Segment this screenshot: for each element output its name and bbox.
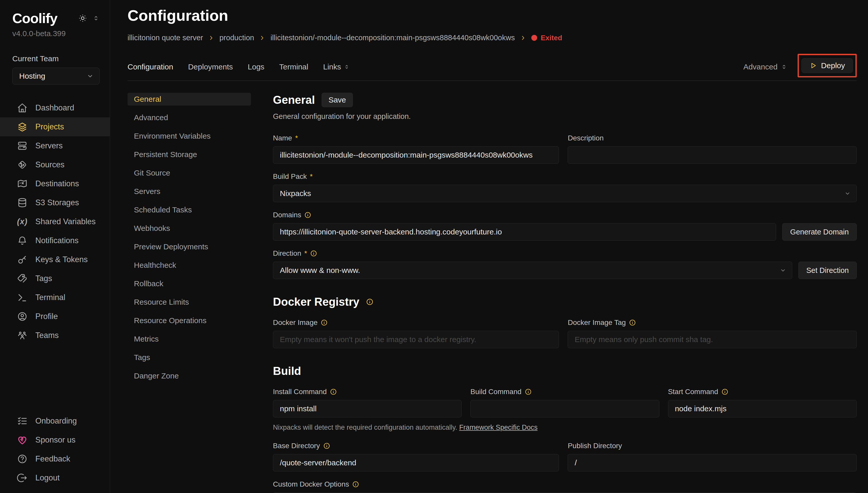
sidebar-item-sources[interactable]: Sources [0,155,110,174]
sidebar-item-feedback[interactable]: Feedback [0,449,110,468]
generate-domain-button[interactable]: Generate Domain [782,223,857,241]
sidebar-item-servers[interactable]: Servers [0,136,110,155]
save-button[interactable]: Save [322,93,353,107]
subnav-item-tags[interactable]: Tags [128,351,251,364]
docker-image-tag-input[interactable] [568,331,857,348]
section-subtitle: General configuration for your applicati… [273,112,857,121]
base-directory-label: Base Directory [273,442,559,450]
info-icon [721,388,728,395]
sidebar-item-keys-tokens[interactable]: Keys & Tokens [0,250,110,269]
subnav-item-metrics[interactable]: Metrics [128,333,251,345]
tab-links-label: Links [323,63,341,71]
status-dot-icon [531,35,537,41]
info-icon [304,211,311,219]
direction-value: Allow www & non-www. [280,266,360,275]
advanced-toggle[interactable]: Advanced [743,63,787,71]
sidebar-item-tags[interactable]: Tags [0,269,110,288]
sidebar-item-onboarding[interactable]: Onboarding [0,411,110,430]
subnav-item-git-source[interactable]: Git Source [128,167,251,179]
tab-configuration[interactable]: Configuration [128,63,173,71]
sidebar-item-shared-variables[interactable]: (x) Shared Variables [0,212,110,231]
subnav-item-resource-limits[interactable]: Resource Limits [128,296,251,308]
sidebar-item-logout[interactable]: Logout [0,468,110,487]
sidebar-item-destinations[interactable]: Destinations [0,174,110,193]
chevron-right-icon [259,35,265,41]
framework-docs-link[interactable]: Framework Specific Docs [459,424,538,431]
sidebar-item-notifications[interactable]: Notifications [0,231,110,250]
subnav-item-preview-deployments[interactable]: Preview Deployments [128,240,251,253]
description-input[interactable] [568,146,857,164]
section-title-docker-registry: Docker Registry [273,296,359,308]
direction-select[interactable]: Allow www & non-www. [273,262,792,279]
sidebar-item-dashboard[interactable]: Dashboard [0,99,110,117]
required-marker: * [295,134,298,142]
info-icon [525,388,532,395]
subnav-item-healthcheck[interactable]: Healthcheck [128,259,251,272]
subnav-item-webhooks[interactable]: Webhooks [128,222,251,235]
publish-directory-input[interactable] [568,454,857,471]
build-command-input[interactable] [470,400,659,417]
build-pack-select[interactable]: Nixpacks [273,185,857,202]
sidebar-item-label: Onboarding [35,416,77,426]
theme-switch-chevrons-icon[interactable] [92,15,99,22]
tab-links[interactable]: Links [323,63,350,71]
set-direction-button[interactable]: Set Direction [798,262,857,279]
info-icon [321,319,328,326]
logout-icon [17,472,28,483]
server-icon [17,141,28,151]
app-logo: Coolify [12,10,58,26]
sidebar-item-projects[interactable]: Projects [0,117,110,136]
users-icon [17,330,28,341]
breadcrumb-environment[interactable]: production [220,34,254,42]
app-version: v4.0.0-beta.399 [0,29,110,38]
sidebar-item-label: Logout [35,473,60,483]
theme-sun-icon[interactable] [78,14,87,23]
terminal-icon [17,292,28,303]
subnav-item-danger-zone[interactable]: Danger Zone [128,369,251,382]
sidebar-item-label: Sponsor us [35,435,75,445]
tab-terminal[interactable]: Terminal [279,63,308,71]
docker-image-label: Docker Image [273,319,559,327]
team-select[interactable]: Hosting [12,68,99,85]
main-content: Configuration illicitonion quote server … [110,0,868,493]
sidebar-item-label: Dashboard [35,103,74,112]
subnav-item-general[interactable]: General [128,93,251,106]
name-input[interactable] [273,146,559,164]
sidebar-item-label: Destinations [35,179,79,188]
subnav-item-persistent-storage[interactable]: Persistent Storage [128,148,251,161]
info-icon [366,298,373,306]
subnav-item-servers[interactable]: Servers [128,185,251,198]
sidebar-item-terminal[interactable]: Terminal [0,288,110,307]
info-icon [629,319,636,326]
subnav-item-scheduled-tasks[interactable]: Scheduled Tasks [128,203,251,216]
tab-logs[interactable]: Logs [248,63,265,71]
tag-icon [17,273,28,284]
build-pack-label: Build Pack* [273,172,857,181]
sidebar-item-profile[interactable]: Profile [0,307,110,326]
install-command-input[interactable] [273,400,462,417]
key-icon [17,254,28,265]
info-icon [330,388,337,395]
sidebar-item-label: Servers [35,141,63,150]
section-title-build: Build [273,365,301,378]
subnav-item-resource-operations[interactable]: Resource Operations [128,314,251,327]
subnav-item-advanced[interactable]: Advanced [128,111,251,124]
sidebar-item-label: S3 Storages [35,198,79,207]
sidebar-item-teams[interactable]: Teams [0,326,110,345]
play-icon [809,62,817,69]
sidebar-item-s3-storages[interactable]: S3 Storages [0,193,110,212]
domains-input[interactable] [273,223,776,241]
deploy-button[interactable]: Deploy [801,58,853,73]
map-icon [17,178,28,189]
start-command-label: Start Command [668,388,857,396]
start-command-input[interactable] [668,400,857,417]
breadcrumb-resource[interactable]: illicitestonion/-module--decomposition:m… [270,34,515,42]
subnav-item-rollback[interactable]: Rollback [128,277,251,290]
info-icon [310,250,317,257]
tab-deployments[interactable]: Deployments [188,63,233,71]
base-directory-input[interactable] [273,454,559,471]
sidebar-item-sponsor-us[interactable]: Sponsor us [0,430,110,449]
docker-image-input[interactable] [273,331,559,348]
breadcrumb-project[interactable]: illicitonion quote server [128,34,203,42]
subnav-item-environment-variables[interactable]: Environment Variables [128,130,251,143]
